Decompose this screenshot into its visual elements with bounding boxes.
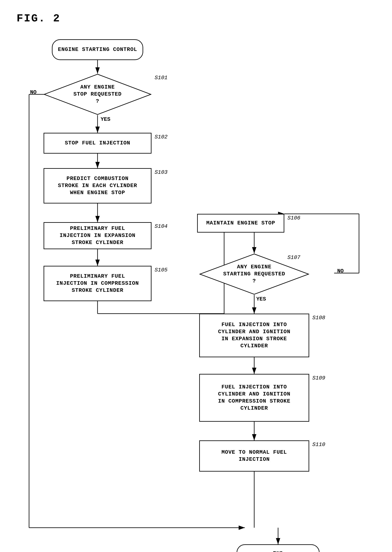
s104-box: PRELIMINARY FUEL INJECTION IN EXPANSION … [44,222,152,249]
s101-label: S101 [154,75,168,81]
s110-label: S110 [312,442,325,448]
s110-box: MOVE TO NORMAL FUEL INJECTION [199,440,309,472]
s102-label: S102 [154,134,168,140]
page: FIG. 2 [0,0,392,552]
s107-yes-label: YES [256,296,266,302]
s106-box: MAINTAIN ENGINE STOP [197,214,284,232]
diagram: ENGINE STARTING CONTROL ANY ENGINESTOP R… [17,33,380,548]
s108-box: FUEL INJECTION INTO CYLINDER AND IGNITIO… [199,314,309,357]
s101-yes-label: YES [101,116,110,123]
end-node: END [237,544,320,552]
s109-box: FUEL INJECTION INTO CYLINDER AND IGNITIO… [199,374,309,422]
s107-label: S107 [287,254,300,261]
s101-no-label: NO [30,89,36,95]
s107-no-label: NO [337,268,344,274]
s108-label: S108 [312,315,325,321]
s102-box: STOP FUEL INJECTION [44,133,152,153]
s105-label: S105 [154,267,168,273]
figure-label: FIG. 2 [17,13,375,25]
s101-diamond: ANY ENGINESTOP REQUESTED? [44,73,152,115]
s103-box: PREDICT COMBUSTION STROKE IN EACH CYLIND… [44,168,152,203]
s106-label: S106 [287,215,300,221]
s103-label: S103 [154,169,168,175]
s109-label: S109 [312,375,325,381]
start-node: ENGINE STARTING CONTROL [52,39,143,60]
s107-text: ANY ENGINESTARTING REQUESTED? [223,263,285,284]
s104-label: S104 [154,223,168,229]
s101-text: ANY ENGINESTOP REQUESTED? [73,84,122,105]
s105-box: PRELIMINARY FUEL INJECTION IN COMPRESSIO… [44,266,152,301]
